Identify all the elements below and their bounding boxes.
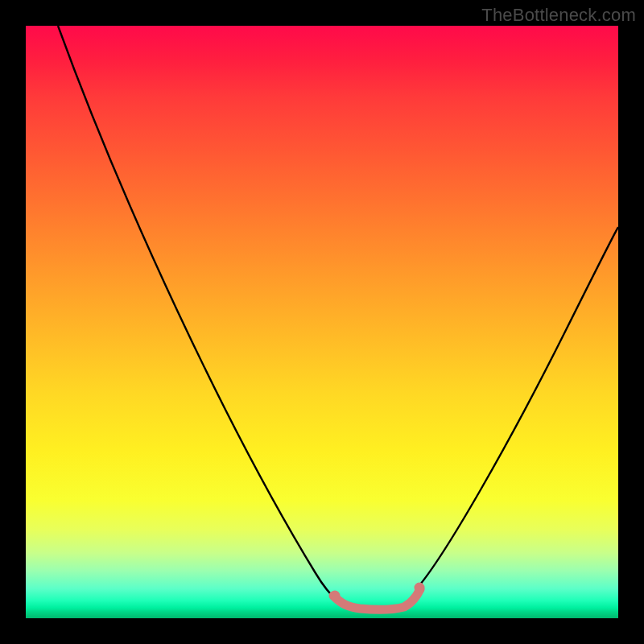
curve-layer	[26, 26, 618, 618]
valley-left-dot	[330, 591, 341, 601]
plot-area	[26, 26, 618, 618]
valley-right-dot	[415, 583, 425, 593]
curve-left-arm	[58, 26, 338, 601]
curve-valley-floor	[333, 589, 420, 609]
curve-right-arm	[416, 227, 618, 589]
chart-frame: TheBottleneck.com	[0, 0, 644, 644]
watermark-text: TheBottleneck.com	[481, 5, 636, 26]
